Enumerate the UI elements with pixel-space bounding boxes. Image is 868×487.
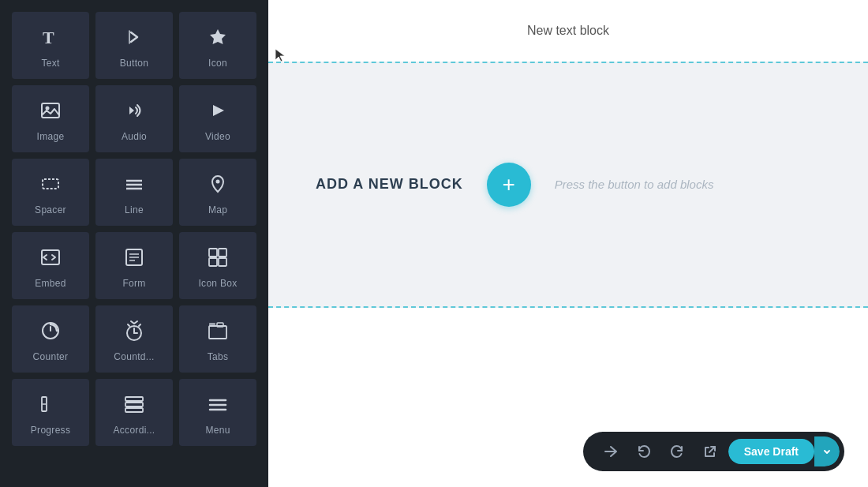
svg-rect-33 bbox=[125, 408, 143, 412]
video-widget-icon bbox=[207, 99, 229, 125]
svg-rect-17 bbox=[219, 249, 226, 257]
new-text-block: New text block bbox=[527, 24, 609, 37]
progress-widget-icon bbox=[39, 393, 62, 418]
redo-button[interactable] bbox=[662, 436, 692, 466]
svg-marker-4 bbox=[129, 107, 134, 114]
svg-rect-26 bbox=[209, 323, 215, 327]
accordion-widget-icon bbox=[123, 393, 145, 418]
widget-countdown[interactable]: Countd... bbox=[95, 305, 173, 373]
widget-text[interactable]: T Text bbox=[12, 12, 89, 79]
widget-progress[interactable]: Progress bbox=[12, 379, 89, 446]
svg-rect-6 bbox=[43, 179, 58, 189]
text-widget-icon: T bbox=[39, 26, 62, 51]
widget-counter[interactable]: Counter bbox=[12, 305, 89, 373]
form-widget-icon bbox=[123, 246, 145, 272]
svg-text:T: T bbox=[43, 28, 54, 47]
svg-rect-31 bbox=[125, 397, 143, 401]
widget-progress-label: Progress bbox=[31, 425, 70, 436]
widget-tabs[interactable]: Tabs bbox=[179, 305, 256, 373]
widget-accordion[interactable]: Accordi... bbox=[95, 379, 173, 446]
audio-widget-icon bbox=[123, 99, 145, 125]
svg-marker-1 bbox=[210, 29, 226, 44]
svg-line-37 bbox=[709, 447, 715, 452]
widget-map-label: Map bbox=[208, 204, 227, 215]
add-block-label: ADD A NEW BLOCK bbox=[316, 176, 463, 193]
widget-image-label: Image bbox=[37, 131, 65, 142]
widget-image[interactable]: Image bbox=[12, 85, 89, 152]
svg-rect-25 bbox=[209, 326, 226, 339]
undo-button[interactable] bbox=[629, 436, 659, 466]
svg-rect-19 bbox=[219, 258, 226, 266]
widget-embed-label: Embed bbox=[35, 278, 66, 289]
widget-spacer[interactable]: Spacer bbox=[12, 159, 89, 226]
button-widget-icon bbox=[123, 26, 145, 51]
svg-rect-18 bbox=[209, 258, 217, 266]
widget-text-label: Text bbox=[41, 58, 59, 69]
preview-button[interactable] bbox=[596, 436, 626, 466]
widget-button[interactable]: Button bbox=[95, 12, 173, 79]
icon-widget-icon bbox=[207, 26, 229, 51]
main-content: New text block ADD A NEW BLOCK + Press t… bbox=[268, 0, 868, 487]
svg-point-3 bbox=[46, 106, 50, 110]
external-link-button[interactable] bbox=[695, 436, 725, 466]
line-widget-icon bbox=[123, 173, 145, 198]
widget-video[interactable]: Video bbox=[179, 85, 256, 152]
svg-point-10 bbox=[216, 179, 220, 183]
widget-button-label: Button bbox=[120, 58, 149, 69]
spacer-widget-icon bbox=[39, 173, 62, 198]
svg-rect-16 bbox=[209, 249, 217, 257]
widget-form[interactable]: Form bbox=[95, 232, 173, 299]
widget-video-label: Video bbox=[205, 131, 230, 142]
countdown-widget-icon bbox=[123, 320, 145, 345]
widget-line-label: Line bbox=[125, 204, 144, 215]
widget-menu-label: Menu bbox=[205, 425, 230, 436]
widget-countdown-label: Countd... bbox=[114, 351, 154, 362]
widget-spacer-label: Spacer bbox=[35, 204, 66, 215]
save-draft-dropdown-button[interactable] bbox=[814, 436, 840, 466]
widget-grid: T Text Button Icon bbox=[8, 8, 260, 450]
widget-form-label: Form bbox=[122, 278, 145, 289]
add-block-button[interactable]: + bbox=[487, 163, 531, 207]
widget-menu[interactable]: Menu bbox=[179, 379, 256, 446]
widget-audio-label: Audio bbox=[122, 131, 147, 142]
widget-map[interactable]: Map bbox=[179, 159, 256, 226]
widget-line[interactable]: Line bbox=[95, 159, 173, 226]
add-block-hint: Press the button to add blocks bbox=[555, 178, 714, 191]
map-widget-icon bbox=[207, 173, 229, 198]
embed-widget-icon bbox=[39, 246, 62, 272]
widget-iconbox[interactable]: Icon Box bbox=[179, 232, 256, 299]
widget-iconbox-label: Icon Box bbox=[198, 278, 237, 289]
widget-icon-label: Icon bbox=[208, 58, 227, 69]
widget-counter-label: Counter bbox=[33, 351, 69, 362]
add-block-section: ADD A NEW BLOCK + Press the button to ad… bbox=[268, 62, 868, 308]
widget-tabs-label: Tabs bbox=[208, 351, 229, 362]
save-draft-group: Save Draft bbox=[728, 436, 840, 466]
widget-audio[interactable]: Audio bbox=[95, 85, 173, 152]
widget-sidebar: T Text Button Icon bbox=[0, 0, 268, 487]
widget-accordion-label: Accordi... bbox=[113, 425, 155, 436]
counter-widget-icon bbox=[39, 320, 62, 345]
svg-rect-27 bbox=[217, 323, 223, 327]
widget-embed[interactable]: Embed bbox=[12, 232, 89, 299]
bottom-toolbar: Save Draft bbox=[583, 432, 844, 471]
text-block-area: New text block bbox=[268, 0, 868, 62]
widget-icon[interactable]: Icon bbox=[179, 12, 256, 79]
svg-rect-32 bbox=[125, 403, 143, 406]
image-widget-icon bbox=[39, 99, 62, 125]
tabs-widget-icon bbox=[207, 320, 229, 345]
menu-widget-icon bbox=[207, 393, 229, 418]
save-draft-button[interactable]: Save Draft bbox=[728, 439, 814, 464]
svg-marker-5 bbox=[213, 105, 224, 116]
iconbox-widget-icon bbox=[207, 246, 229, 272]
